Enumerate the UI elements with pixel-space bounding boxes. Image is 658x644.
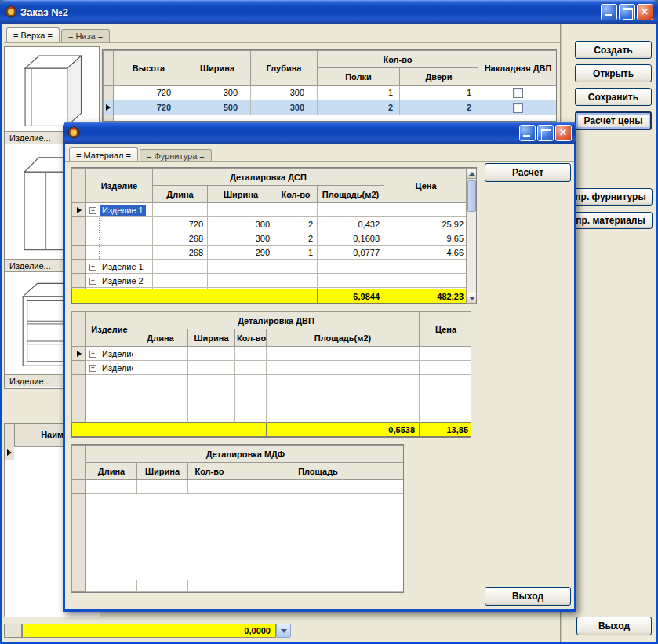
col-overlay-dvp: Накладная ДВП <box>478 51 558 86</box>
app-icon <box>67 126 80 139</box>
product-row-1[interactable]: 720 300 300 1 1 <box>104 86 558 100</box>
dsp-col-area: Площадь(м2) <box>318 186 384 203</box>
tree-expand-icon[interactable]: + <box>89 278 96 285</box>
cell-height: 720 <box>114 86 184 100</box>
cell-length: 268 <box>153 246 208 260</box>
main-titlebar[interactable]: Заказ №2 <box>0 0 658 24</box>
dvp-grid-corner <box>72 312 86 347</box>
col-depth: Глубина <box>251 51 318 86</box>
bottom-grid-corner <box>4 423 14 446</box>
dsp-detail-row[interactable]: 720 300 2 0,432 25,92 <box>72 217 468 231</box>
dvp-node-row-2[interactable]: +Изделие <box>72 361 472 375</box>
cell-width: 290 <box>208 246 274 260</box>
current-row-icon <box>77 207 82 213</box>
product-node-label: Изделие <box>100 362 133 373</box>
dsp-col-length: Длина <box>153 186 208 203</box>
cell-length: 268 <box>153 231 208 246</box>
product-preview-1[interactable] <box>5 47 99 131</box>
cell-qty: 2 <box>274 217 318 231</box>
dsp-node-row-3[interactable]: +Изделие 2 <box>72 274 468 288</box>
cell-qty: 1 <box>274 246 318 260</box>
fittings-reference-button[interactable]: пр. фурнитуры <box>569 188 653 206</box>
col-qty-group: Кол-во <box>318 51 478 68</box>
dsp-col-qty: Кол-во <box>274 186 318 203</box>
tree-collapse-icon[interactable]: − <box>89 207 96 214</box>
dsp-detail-row[interactable]: 268 290 1 0,0777 4,66 <box>72 246 468 260</box>
window-title: Заказ №2 <box>20 6 68 18</box>
dsp-node-row-1[interactable]: −Изделие 1 <box>72 203 468 217</box>
mdf-bottom-row <box>72 580 405 592</box>
current-row-icon <box>7 449 12 456</box>
tree-expand-icon[interactable]: + <box>89 264 96 271</box>
mdf-col-area: Площадь <box>231 463 405 480</box>
product-node-label: Изделие 2 <box>100 275 146 286</box>
product-node-label: Изделие 1 <box>100 205 146 216</box>
open-button[interactable]: Открыть <box>575 64 652 82</box>
cell-price: 9,65 <box>384 231 468 246</box>
dvp-total-price: 13,85 <box>420 423 471 437</box>
col-height: Высота <box>114 51 184 86</box>
maximize-button[interactable] <box>537 125 554 141</box>
overlay-dvp-checkbox[interactable] <box>513 103 523 113</box>
overlay-dvp-checkbox[interactable] <box>513 88 523 98</box>
scroll-up-icon[interactable] <box>467 168 477 179</box>
dvp-node-row-1[interactable]: +Изделие <box>72 347 472 361</box>
col-doors: Двери <box>400 68 478 86</box>
close-button[interactable] <box>555 125 572 141</box>
cell-length: 720 <box>153 217 208 231</box>
mdf-grid: Деталировка МДФ Длина Ширина Кол-во Площ… <box>71 444 404 593</box>
bottom-total-field: 0,0000 <box>22 624 276 638</box>
dsp-scrollbar[interactable] <box>466 168 476 304</box>
dsp-col-price: Цена <box>384 169 468 203</box>
bottom-total-dropdown[interactable] <box>276 624 291 638</box>
tree-line <box>99 232 100 245</box>
dvp-grid: Изделие Деталировка ДВП Цена Длина Ширин… <box>71 311 471 438</box>
product-row-2[interactable]: 720 500 300 2 2 <box>104 100 558 115</box>
modal-tabbar: = Материал = = Фурнитура = <box>67 145 212 162</box>
mdf-group-title: Деталировка МДФ <box>86 446 405 463</box>
dvp-col-area: Площадь(м2) <box>267 329 420 347</box>
cell-doors: 2 <box>400 100 478 115</box>
mdf-col-width: Ширина <box>137 463 188 480</box>
current-row-icon <box>77 351 82 357</box>
tree-expand-icon[interactable]: + <box>89 365 96 372</box>
minimize-button[interactable] <box>601 4 617 20</box>
dsp-col-width: Ширина <box>208 186 274 203</box>
product-node-label: Изделие 1 <box>100 261 146 272</box>
dsp-node-row-2[interactable]: +Изделие 1 <box>72 260 468 274</box>
main-exit-button[interactable]: Выход <box>576 617 652 635</box>
material-page: Изделие Деталировка ДСП Цена Длина Ширин… <box>65 161 574 609</box>
screen: Заказ №2 = Верха = = Низа = <box>0 0 658 644</box>
scroll-down-icon[interactable] <box>467 293 477 304</box>
price-calc-button[interactable]: Расчет цены <box>575 111 652 130</box>
materials-window: = Материал = = Фурнитура = Изделие <box>63 122 576 612</box>
maximize-button[interactable] <box>619 4 635 20</box>
dsp-total-price: 482,23 <box>384 289 468 304</box>
main-tabbar: = Верха = = Низа = <box>4 25 110 42</box>
tab-bottoms[interactable]: = Низа = <box>61 29 110 42</box>
cell-width: 300 <box>208 217 274 231</box>
minimize-button[interactable] <box>519 125 536 141</box>
dvp-group-title: Деталировка ДВП <box>133 312 420 329</box>
cabinet-drawing-1 <box>16 50 88 129</box>
materials-reference-button[interactable]: пр. материалы <box>569 212 653 229</box>
mdf-empty-row[interactable] <box>72 480 405 494</box>
tree-expand-icon[interactable]: + <box>89 351 96 358</box>
tab-tops[interactable]: = Верха = <box>6 27 60 42</box>
close-button[interactable] <box>637 4 653 20</box>
scroll-thumb[interactable] <box>467 180 476 212</box>
create-button[interactable]: Создать <box>575 41 652 59</box>
modal-titlebar[interactable] <box>63 122 576 144</box>
cell-shelves: 2 <box>318 100 400 115</box>
col-shelves: Полки <box>318 68 400 86</box>
chevron-down-icon <box>281 629 287 633</box>
cell-doors: 1 <box>400 86 478 100</box>
dvp-col-qty: Кол-во <box>235 329 267 347</box>
mdf-col-length: Длина <box>86 463 137 480</box>
dvp-col-product: Изделие <box>86 312 133 347</box>
dsp-detail-row[interactable]: 268 300 2 0,1608 9,65 <box>72 231 468 246</box>
calc-button[interactable]: Расчет <box>485 163 571 182</box>
modal-exit-button[interactable]: Выход <box>485 587 571 606</box>
save-button[interactable]: Сохранить <box>575 88 652 106</box>
dsp-total-area: 6,9844 <box>318 289 384 304</box>
